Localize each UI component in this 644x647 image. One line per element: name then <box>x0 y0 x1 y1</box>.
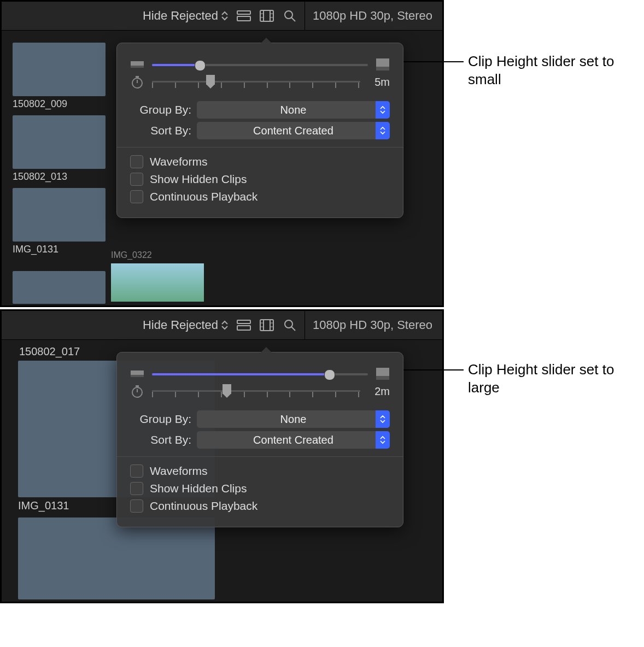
select-arrows-icon <box>376 410 390 428</box>
show-hidden-label: Show Hidden Clips <box>150 173 247 186</box>
project-format-label: 1080p HD 30p, Stereo <box>308 318 437 332</box>
list-view-icon[interactable] <box>235 7 253 25</box>
clip-appearance-icon[interactable] <box>257 316 276 334</box>
sort-by-select[interactable]: Content Created <box>197 431 390 449</box>
search-icon[interactable] <box>280 7 299 25</box>
zoom-row: 2m <box>130 384 390 398</box>
svg-rect-1 <box>237 16 250 21</box>
clip-filter-popup[interactable]: Hide Rejected <box>138 316 232 334</box>
svg-line-10 <box>291 17 295 21</box>
sort-by-label: Sort By: <box>130 433 191 446</box>
small-filmstrip-icon <box>130 368 144 380</box>
stopwatch-icon <box>130 385 144 397</box>
updown-icon <box>221 320 228 330</box>
project-format-label: 1080p HD 30p, Stereo <box>308 9 437 23</box>
show-hidden-checkbox-row[interactable]: Show Hidden Clips <box>130 482 390 495</box>
group-by-label: Group By: <box>130 103 191 116</box>
clip-thumbnail[interactable]: 150802_009 <box>13 43 106 110</box>
clip-filter-popup[interactable]: Hide Rejected <box>138 7 232 25</box>
updown-icon <box>221 11 228 21</box>
clip-height-slider[interactable] <box>152 59 368 70</box>
waveforms-checkbox-row[interactable]: Waveforms <box>130 155 390 168</box>
toolbar-divider <box>305 2 305 30</box>
svg-rect-20 <box>260 320 273 331</box>
clip-thumbnail[interactable] <box>18 517 215 599</box>
group-by-label: Group By: <box>130 413 191 426</box>
annotation-leader-line <box>403 61 464 62</box>
popover-pointer <box>261 38 272 43</box>
large-filmstrip-icon <box>376 368 390 380</box>
zoom-row: 5m <box>130 75 390 89</box>
small-filmstrip-icon <box>130 58 144 70</box>
show-hidden-label: Show Hidden Clips <box>150 482 247 495</box>
clip-thumbnail[interactable] <box>13 271 106 304</box>
clip-name-label: 150802_013 <box>13 171 106 183</box>
continuous-playback-label: Continuous Playback <box>150 190 257 203</box>
svg-line-28 <box>291 327 295 331</box>
svg-rect-19 <box>237 326 250 330</box>
clip-thumbnail[interactable]: IMG_0131 <box>13 188 106 255</box>
sort-by-value: Content Created <box>253 125 333 137</box>
sort-by-value: Content Created <box>253 434 333 446</box>
continuous-playback-checkbox-row[interactable]: Continuous Playback <box>130 499 390 513</box>
waveforms-label: Waveforms <box>150 155 207 168</box>
select-arrows-icon <box>376 101 390 119</box>
zoom-slider[interactable] <box>152 75 360 89</box>
popover-pointer <box>261 347 272 352</box>
list-view-icon[interactable] <box>235 316 253 334</box>
show-hidden-checkbox-row[interactable]: Show Hidden Clips <box>130 173 390 186</box>
select-arrows-icon <box>376 122 390 139</box>
clip-appearance-icon[interactable] <box>257 7 276 25</box>
svg-rect-35 <box>136 385 139 387</box>
large-filmstrip-icon <box>376 58 390 70</box>
search-icon[interactable] <box>280 316 299 334</box>
clip-thumbnail[interactable]: 150802_013 <box>13 115 106 183</box>
clip-height-slider[interactable] <box>152 368 368 379</box>
group-by-select[interactable]: None <box>197 101 390 119</box>
svg-point-27 <box>285 320 292 328</box>
waveforms-label: Waveforms <box>150 464 207 478</box>
browser-area: 150802_009 150802_013 IMG_0131 IMG_0322 <box>2 32 442 305</box>
annotation-text: Clip Height slider set to small <box>468 52 637 88</box>
clip-height-row <box>130 368 390 380</box>
clip-appearance-popover: 2m Group By: None Sort By: Content C <box>116 352 403 527</box>
group-by-value: None <box>280 104 307 116</box>
clip-filter-label: Hide Rejected <box>143 318 218 332</box>
clip-thumbnail[interactable]: IMG_0322 <box>111 250 204 302</box>
toolbar: Hide Rejected 1080p HD 30p, Stereo <box>2 311 442 340</box>
svg-rect-17 <box>136 76 139 78</box>
continuous-playback-checkbox-row[interactable]: Continuous Playback <box>130 190 390 203</box>
clip-name-label: IMG_0322 <box>111 250 204 260</box>
select-arrows-icon <box>376 431 390 449</box>
svg-rect-12 <box>131 66 144 68</box>
sort-by-select[interactable]: Content Created <box>197 122 390 139</box>
annotation-text: Clip Height slider set to large <box>468 361 637 396</box>
stopwatch-icon <box>130 76 144 88</box>
zoom-value-label: 5m <box>368 76 390 89</box>
group-by-select[interactable]: None <box>197 410 390 428</box>
clip-height-row <box>130 58 390 70</box>
screenshot-large: Hide Rejected 1080p HD 30p, Stereo 15080… <box>0 309 444 603</box>
continuous-playback-label: Continuous Playback <box>150 499 257 513</box>
checkbox-icon <box>130 482 143 495</box>
checkbox-icon <box>130 155 143 168</box>
checkbox-icon <box>130 190 143 203</box>
svg-point-9 <box>285 11 292 19</box>
zoom-slider[interactable] <box>152 384 360 398</box>
checkbox-icon <box>130 499 143 513</box>
svg-rect-18 <box>237 320 250 324</box>
zoom-value-label: 2m <box>368 385 390 398</box>
clip-filter-label: Hide Rejected <box>143 9 218 23</box>
clip-name-label: 150802_009 <box>13 98 106 110</box>
clip-name-label: IMG_0131 <box>13 244 106 255</box>
svg-rect-2 <box>260 10 273 21</box>
screenshot-small: Hide Rejected 1080p HD 30p, Stereo <box>0 0 444 307</box>
annotation-leader-line <box>403 369 464 370</box>
svg-rect-0 <box>237 11 250 14</box>
browser-area: 150802_017 IMG_0131 <box>2 341 442 602</box>
clip-appearance-popover: 5m Group By: None Sort By: Content C <box>116 43 403 218</box>
waveforms-checkbox-row[interactable]: Waveforms <box>130 464 390 478</box>
group-by-value: None <box>280 413 307 426</box>
toolbar: Hide Rejected 1080p HD 30p, Stereo <box>2 2 442 31</box>
toolbar-divider <box>305 311 305 339</box>
